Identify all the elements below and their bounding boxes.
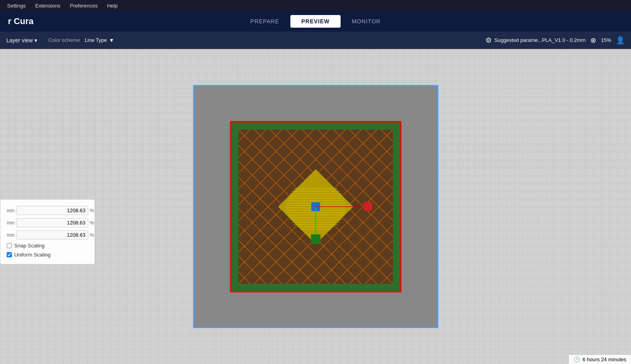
view-label: Layer view — [6, 37, 33, 43]
menu-bar: Settings Extensions Preferences Help — [0, 0, 631, 11]
scale-y-percent: % — [90, 220, 94, 226]
tab-monitor[interactable]: MONITOR — [341, 15, 392, 28]
model-visualization[interactable] — [227, 118, 405, 296]
chevron-down-icon: ▾ — [34, 37, 37, 43]
status-bar: 🕐 6 hours 24 minutes — [569, 355, 631, 364]
uniform-scaling-label: Uniform Scaling — [14, 252, 51, 258]
percentage-text: 15% — [601, 37, 611, 43]
tab-preview[interactable]: PREVIEW — [290, 15, 341, 28]
svg-rect-46 — [231, 122, 239, 292]
svg-rect-47 — [393, 122, 401, 292]
app-title: r Cura — [8, 16, 34, 26]
scale-z-input[interactable] — [16, 230, 88, 240]
scale-x-unit: mm — [7, 208, 15, 213]
snap-scaling-checkbox[interactable] — [7, 243, 12, 248]
snap-scaling-label: Snap Scaling — [14, 243, 45, 249]
svg-rect-71 — [364, 202, 372, 211]
uniform-scaling-row: Uniform Scaling — [7, 252, 88, 258]
menu-settings[interactable]: Settings — [3, 2, 30, 9]
svg-rect-44 — [231, 122, 401, 130]
uniform-scaling-checkbox[interactable] — [7, 252, 12, 257]
print-bed — [193, 85, 438, 328]
toolbar-right: ⚙ Suggested parame...PLA_V1.0 - 0.2mm ⊗ … — [485, 36, 625, 45]
sliders-icon: ⚙ — [485, 36, 492, 45]
snap-scaling-row: Snap Scaling — [7, 243, 88, 249]
clock-icon: 🕐 — [574, 356, 580, 362]
toolbar-left: Layer view ▾ Color scheme Line Type ▾ — [6, 36, 113, 44]
suggested-params-text: Suggested parame...PLA_V1.0 - 0.2mm — [494, 37, 586, 43]
color-scheme-value[interactable]: Line Type — [85, 37, 107, 43]
scale-z-unit: mm — [7, 232, 15, 238]
color-scheme-chevron: ▾ — [110, 36, 113, 44]
view-dropdown[interactable]: Layer view ▾ — [6, 37, 37, 43]
scale-y-unit: mm — [7, 220, 15, 226]
scale-panel: mm % mm % mm % Snap Scaling Uniform Scal… — [0, 199, 95, 264]
scale-x-input[interactable] — [16, 206, 88, 215]
print-time: 6 hours 24 minutes — [582, 356, 626, 362]
scale-y-row: mm % — [7, 218, 88, 227]
scale-z-percent: % — [90, 232, 94, 238]
settings-icon[interactable]: ⊗ — [590, 36, 596, 45]
scale-y-input[interactable] — [16, 218, 88, 227]
nav-bar: r Cura PREPARE PREVIEW MONITOR — [0, 11, 631, 32]
menu-extensions[interactable]: Extensions — [31, 2, 64, 9]
main-content: mm % mm % mm % Snap Scaling Uniform Scal… — [0, 49, 631, 364]
suggested-params: ⚙ Suggested parame...PLA_V1.0 - 0.2mm — [485, 36, 586, 45]
menu-help[interactable]: Help — [103, 2, 122, 9]
scale-x-row: mm % — [7, 206, 88, 215]
scale-z-row: mm % — [7, 230, 88, 240]
profile-icon[interactable]: 👤 — [616, 36, 625, 45]
toolbar: Layer view ▾ Color scheme Line Type ▾ ⚙ … — [0, 32, 631, 49]
nav-tabs: PREPARE PREVIEW MONITOR — [239, 15, 392, 28]
color-scheme-label: Color scheme — [48, 37, 80, 43]
scale-x-percent: % — [90, 208, 94, 213]
svg-rect-45 — [231, 284, 401, 292]
tab-prepare[interactable]: PREPARE — [239, 15, 290, 28]
menu-preferences[interactable]: Preferences — [66, 2, 102, 9]
svg-rect-69 — [311, 234, 320, 244]
